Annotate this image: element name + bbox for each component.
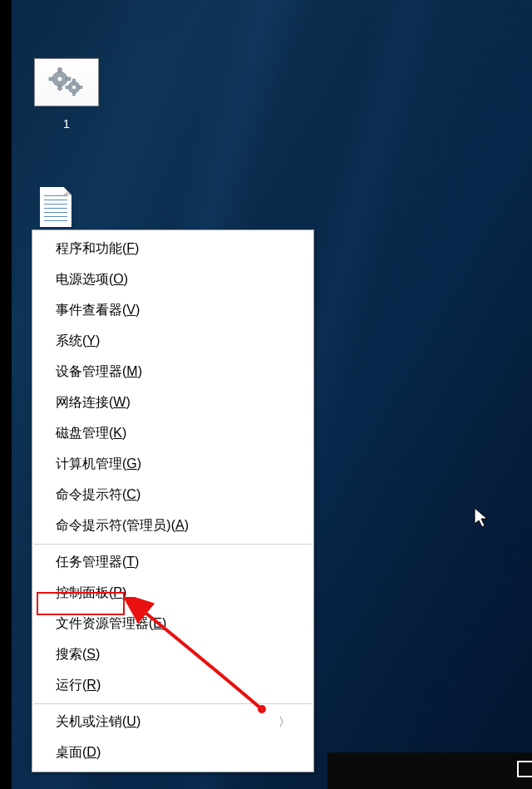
winx-context-menu: 程序和功能(F)电源选项(O)事件查看器(V)系统(Y)设备管理器(M)网络连接… bbox=[32, 229, 314, 772]
svg-rect-9 bbox=[73, 79, 76, 82]
chevron-right-icon: 〉 bbox=[278, 715, 290, 730]
cursor-icon bbox=[474, 507, 489, 529]
menu-item[interactable]: 文件资源管理器(E) bbox=[32, 609, 313, 639]
desktop-icon-textfile[interactable] bbox=[40, 187, 71, 227]
menu-item[interactable]: 关机或注销(U)〉 bbox=[32, 707, 313, 737]
menu-item-label: 事件查看器(V) bbox=[56, 302, 140, 319]
desktop-icon-label: 1 bbox=[34, 116, 99, 131]
menu-item[interactable]: 事件查看器(V) bbox=[32, 295, 313, 326]
gears-icon bbox=[47, 67, 86, 98]
menu-item[interactable]: 任务管理器(T) bbox=[32, 547, 313, 578]
menu-item[interactable]: 电源选项(O) bbox=[32, 264, 313, 295]
menu-item-label: 系统(Y) bbox=[56, 333, 100, 350]
menu-item[interactable]: 桌面(D) bbox=[32, 737, 313, 768]
menu-item-label: 设备管理器(M) bbox=[56, 363, 142, 381]
menu-item[interactable]: 命令提示符(管理员)(A) bbox=[32, 510, 313, 541]
svg-rect-12 bbox=[79, 86, 82, 89]
menu-item-label: 计算机管理(G) bbox=[56, 456, 141, 473]
menu-item[interactable]: 控制面板(P) bbox=[32, 578, 313, 609]
menu-separator bbox=[34, 544, 312, 545]
left-border bbox=[0, 0, 12, 789]
desktop[interactable]: 1 程序和功能(F)电源选项(O)事件查看器(V)系统(Y)设备管理器(M)网络… bbox=[12, 0, 532, 789]
menu-item[interactable]: 命令提示符(C) bbox=[32, 480, 313, 510]
svg-point-7 bbox=[57, 76, 62, 81]
menu-item-label: 命令提示符(管理员)(A) bbox=[56, 517, 189, 535]
desktop-icon-batch[interactable] bbox=[34, 58, 99, 106]
menu-item[interactable]: 运行(R) bbox=[32, 670, 313, 701]
svg-rect-10 bbox=[73, 92, 76, 96]
svg-rect-4 bbox=[66, 77, 71, 81]
menu-item-label: 搜索(S) bbox=[56, 646, 100, 663]
svg-rect-11 bbox=[66, 86, 69, 89]
svg-rect-3 bbox=[49, 77, 53, 81]
menu-item-label: 任务管理器(T) bbox=[56, 554, 139, 571]
taskview-icon[interactable] bbox=[517, 761, 532, 777]
menu-item-label: 电源选项(O) bbox=[56, 271, 128, 288]
menu-item[interactable]: 搜索(S) bbox=[32, 639, 313, 670]
menu-item-label: 磁盘管理(K) bbox=[56, 425, 126, 442]
menu-separator bbox=[34, 703, 312, 704]
menu-item[interactable]: 设备管理器(M) bbox=[32, 357, 313, 387]
menu-item[interactable]: 计算机管理(G) bbox=[32, 449, 313, 480]
menu-item-label: 文件资源管理器(E) bbox=[56, 615, 166, 633]
menu-item-label: 网络连接(W) bbox=[56, 394, 131, 412]
menu-item[interactable]: 网络连接(W) bbox=[32, 387, 313, 418]
menu-item[interactable]: 系统(Y) bbox=[32, 326, 313, 357]
menu-item-label: 桌面(D) bbox=[56, 744, 101, 762]
menu-item-label: 命令提示符(C) bbox=[56, 486, 140, 504]
menu-item-label: 关机或注销(U) bbox=[56, 713, 140, 731]
taskbar[interactable] bbox=[328, 752, 532, 789]
svg-point-13 bbox=[72, 86, 76, 90]
menu-item-label: 运行(R) bbox=[56, 677, 101, 694]
menu-item[interactable]: 磁盘管理(K) bbox=[32, 418, 313, 449]
menu-item-label: 控制面板(P) bbox=[56, 584, 126, 602]
menu-item-label: 程序和功能(F) bbox=[56, 240, 139, 258]
menu-item[interactable]: 程序和功能(F) bbox=[32, 234, 313, 264]
